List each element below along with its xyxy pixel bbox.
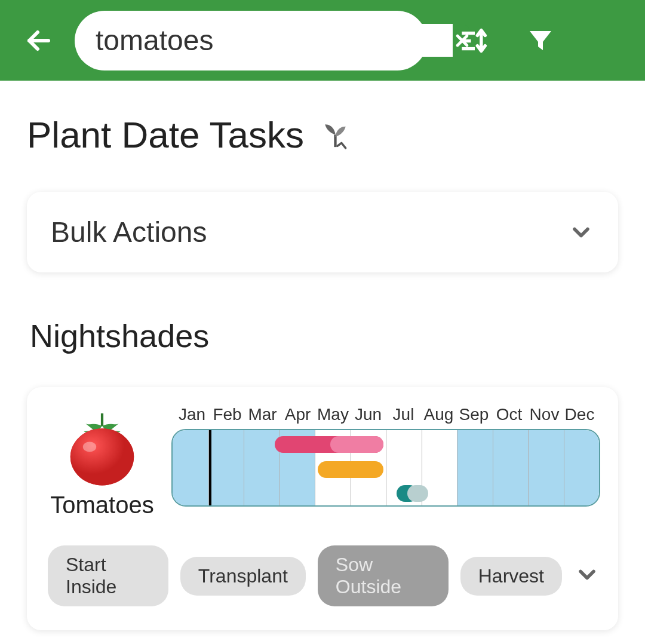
month-label: Mar bbox=[245, 405, 280, 424]
bulk-actions-dropdown[interactable]: Bulk Actions bbox=[27, 192, 618, 272]
filter-icon bbox=[526, 26, 555, 55]
shaded-month bbox=[493, 430, 529, 505]
svg-rect-7 bbox=[462, 47, 475, 50]
month-label: Sep bbox=[456, 405, 492, 424]
month-label: Aug bbox=[421, 405, 456, 424]
month-gridline bbox=[528, 430, 529, 505]
svg-rect-6 bbox=[462, 39, 471, 42]
month-label: May bbox=[315, 405, 351, 424]
timeline-bar bbox=[330, 436, 383, 453]
svg-point-10 bbox=[83, 442, 96, 452]
search-bar bbox=[75, 11, 427, 70]
page-title: Plant Date Tasks bbox=[27, 114, 304, 156]
month-gridline bbox=[564, 430, 564, 505]
bulk-actions-label: Bulk Actions bbox=[51, 216, 207, 249]
months-row: JanFebMarAprMayJunJulAugSepOctNovDec bbox=[171, 405, 600, 424]
filter-button[interactable] bbox=[523, 23, 558, 59]
month-gridline bbox=[244, 430, 244, 505]
tomato-icon bbox=[60, 405, 144, 489]
today-indicator bbox=[209, 430, 211, 505]
section-title: Nightshades bbox=[27, 317, 618, 354]
svg-point-9 bbox=[70, 428, 134, 485]
seedling-icon bbox=[319, 118, 352, 151]
content: Plant Date Tasks Bulk Actions Nightshade… bbox=[0, 81, 645, 630]
plant-card-top: Tomatoes JanFebMarAprMayJunJulAugSepOctN… bbox=[45, 405, 600, 519]
month-gridline bbox=[457, 430, 457, 505]
month-gridline bbox=[386, 430, 386, 505]
shaded-month bbox=[457, 430, 493, 505]
month-label: Feb bbox=[210, 405, 245, 424]
shaded-month bbox=[244, 430, 280, 505]
task-chip: Sow Outside bbox=[318, 545, 449, 606]
svg-rect-5 bbox=[462, 31, 475, 34]
arrow-left-icon bbox=[24, 26, 53, 55]
month-label: Apr bbox=[280, 405, 315, 424]
timeline-bar bbox=[318, 461, 384, 478]
month-label: Jul bbox=[386, 405, 421, 424]
month-label: Jan bbox=[174, 405, 210, 424]
sort-icon bbox=[459, 25, 490, 56]
task-chips-row: Start InsideTransplantSow OutsideHarvest bbox=[45, 545, 600, 606]
task-chip[interactable]: Start Inside bbox=[48, 545, 168, 606]
expand-card-button[interactable] bbox=[574, 562, 600, 590]
month-label: Oct bbox=[492, 405, 527, 424]
plant-info: Tomatoes bbox=[45, 405, 159, 519]
shaded-month bbox=[528, 430, 564, 505]
timeline-wrap: JanFebMarAprMayJunJulAugSepOctNovDec bbox=[171, 405, 600, 507]
month-label: Nov bbox=[527, 405, 562, 424]
task-chip[interactable]: Harvest bbox=[460, 557, 562, 596]
app-header bbox=[0, 0, 645, 81]
chevron-down-icon bbox=[574, 562, 600, 588]
month-label: Dec bbox=[562, 405, 597, 424]
chevron-down-icon bbox=[568, 219, 594, 246]
timeline-bar bbox=[407, 485, 429, 502]
back-button[interactable] bbox=[21, 23, 57, 59]
search-input[interactable] bbox=[96, 24, 453, 57]
plant-name: Tomatoes bbox=[50, 492, 153, 519]
sort-button[interactable] bbox=[457, 23, 493, 59]
shaded-month bbox=[173, 430, 208, 505]
plant-card: Tomatoes JanFebMarAprMayJunJulAugSepOctN… bbox=[27, 387, 618, 630]
timeline[interactable] bbox=[171, 429, 600, 507]
page-title-row: Plant Date Tasks bbox=[27, 114, 618, 156]
task-chip[interactable]: Transplant bbox=[180, 557, 306, 596]
shaded-month bbox=[208, 430, 244, 505]
shaded-month bbox=[564, 430, 600, 505]
month-label: Jun bbox=[351, 405, 386, 424]
month-gridline bbox=[493, 430, 493, 505]
